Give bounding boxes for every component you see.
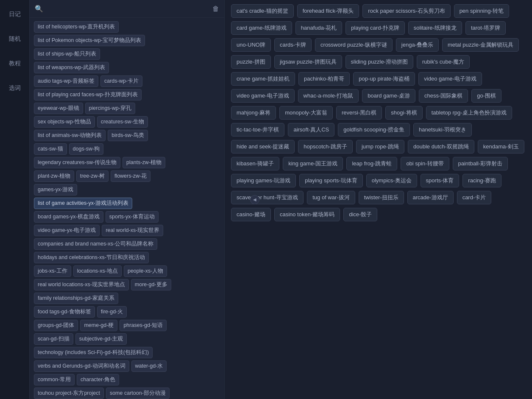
- trash-icon[interactable]: 🗑: [212, 5, 219, 13]
- right-tag[interactable]: king game-国王游戏: [283, 157, 343, 170]
- right-tag[interactable]: reversi-黑白棋: [336, 106, 382, 120]
- right-tag[interactable]: kibasen-骑罐子: [231, 157, 279, 170]
- right-tag[interactable]: rubik's cube-魔方: [417, 55, 470, 69]
- left-tag[interactable]: piercings-wp-穿孔: [85, 103, 135, 114]
- left-tag[interactable]: sports-yx-体育运动: [106, 211, 159, 223]
- right-tag[interactable]: twister-扭扭乐: [359, 191, 404, 204]
- left-tag[interactable]: list of animals-sw-动物列表: [34, 130, 106, 141]
- left-tag[interactable]: people-xs-人物: [124, 265, 167, 277]
- right-tag[interactable]: chess-国际象棋: [419, 89, 468, 103]
- left-tag[interactable]: character-角色: [77, 374, 119, 385]
- right-tag[interactable]: jump rope-跳绳: [356, 140, 404, 153]
- left-tag[interactable]: flowers-zw-花: [111, 170, 150, 182]
- right-tag[interactable]: video game-电子游戏: [418, 72, 482, 86]
- right-tag[interactable]: hanetsuki-羽根突き: [413, 123, 472, 137]
- sidebar-item-vocab[interactable]: 选词: [7, 82, 23, 94]
- right-tag[interactable]: tic-tac-toe-井字棋: [231, 123, 284, 137]
- right-tag[interactable]: arcade-游戏厅: [407, 191, 454, 204]
- left-tag[interactable]: list of helicopters-wp-直升机列表: [34, 21, 119, 33]
- left-tag[interactable]: phrases-gd-短语: [120, 320, 167, 331]
- right-tag[interactable]: hanafuda-花札: [295, 21, 343, 35]
- right-tag[interactable]: double dutch-双摇跳绳: [408, 140, 474, 153]
- right-tag[interactable]: cat's cradle-猫的摇篮: [231, 4, 294, 18]
- right-tag[interactable]: pen spinning-转笔: [454, 4, 509, 18]
- left-tag[interactable]: list of Pokemon objects-wp-宝可梦物品列表: [34, 35, 145, 46]
- left-tag[interactable]: list of weapons-wp-武器列表: [34, 62, 109, 73]
- left-tag[interactable]: creatures-sw-生物: [97, 116, 148, 128]
- left-tag[interactable]: plant-zw-植物: [34, 170, 74, 182]
- left-tag[interactable]: video game-yx-电子游戏: [34, 225, 100, 236]
- left-tag[interactable]: real world locations-xs-现实世界地点: [34, 279, 129, 290]
- right-tag[interactable]: video game-电子游戏: [231, 89, 295, 103]
- left-tag[interactable]: holidays and celebrations-xs-节日和庆祝活动: [34, 252, 149, 263]
- left-tag[interactable]: some cartoon-部分动漫: [106, 388, 170, 399]
- right-tag[interactable]: obi spin-转腰带: [401, 157, 449, 170]
- left-tag[interactable]: subjective-gd-主观: [75, 333, 127, 345]
- right-tag[interactable]: casino token-赌场筹码: [274, 208, 340, 221]
- sidebar-item-random[interactable]: 随机: [7, 33, 23, 45]
- right-tag[interactable]: uno-UNO牌: [231, 38, 271, 52]
- left-tag[interactable]: technology (includes Sci-Fi)-gd-科技(包括科幻): [34, 347, 153, 358]
- right-tag[interactable]: solitaire-纸牌接龙: [408, 21, 462, 35]
- left-tag[interactable]: more-gd-更多: [131, 279, 171, 290]
- left-tag[interactable]: locations-xs-地点: [73, 265, 122, 277]
- left-tag[interactable]: real world-xs-现实世界: [102, 225, 163, 236]
- right-tag[interactable]: forehead flick-弹额头: [297, 4, 359, 18]
- right-tag[interactable]: jigsaw puzzle-拼图玩具: [274, 55, 342, 69]
- right-tag[interactable]: pachinko-柏青哥: [298, 72, 350, 86]
- right-tag[interactable]: playing card-扑克牌: [345, 21, 404, 35]
- left-tag[interactable]: list of ships-wp-船只列表: [34, 48, 100, 60]
- right-tag[interactable]: rock paper scissors-石头剪刀布: [362, 4, 450, 18]
- right-tag[interactable]: olympics-奥运会: [366, 174, 417, 187]
- left-tag-list[interactable]: list of helicopters-wp-直升机列表list of Poke…: [30, 18, 224, 399]
- right-tag[interactable]: leap frog-跳青蛙: [346, 157, 397, 170]
- left-tag[interactable]: sex objects-wp-性物品: [34, 116, 95, 128]
- right-tag[interactable]: tug of war-拔河: [307, 191, 355, 204]
- left-tag[interactable]: eyewear-wp-眼镜: [34, 103, 83, 114]
- left-tag[interactable]: list of playing card faces-wp-扑克牌面列表: [34, 89, 142, 100]
- left-tag[interactable]: board games-yx-棋盘游戏: [34, 211, 103, 223]
- left-tag[interactable]: tree-zw-树: [76, 170, 109, 182]
- left-tag[interactable]: food tags-gd-食物标签: [34, 306, 95, 318]
- left-tag[interactable]: meme-gd-梗: [80, 320, 117, 331]
- left-tag[interactable]: groups-gd-团体: [34, 320, 78, 331]
- left-tag[interactable]: cats-sw-猫: [34, 143, 67, 155]
- left-tag[interactable]: audio tags-wp-音频标签: [34, 75, 98, 87]
- right-tag[interactable]: hide and seek-捉迷藏: [231, 140, 295, 153]
- right-tag[interactable]: jenga-叠叠乐: [396, 38, 439, 52]
- right-tag[interactable]: playing games-玩游戏: [231, 174, 296, 187]
- left-tag[interactable]: scan-gd-扫描: [34, 333, 73, 345]
- left-tag[interactable]: cards-wp-卡片: [100, 75, 142, 87]
- left-tag[interactable]: family relationships-gd-家庭关系: [34, 293, 118, 304]
- right-tag[interactable]: metal puzzle-金属解锁玩具: [442, 38, 519, 52]
- left-tag[interactable]: list of game activities-yx-游戏活动列表: [34, 198, 132, 209]
- left-tag[interactable]: games-yx-游戏: [34, 184, 77, 195]
- right-tag[interactable]: casino-赌场: [231, 208, 271, 221]
- right-tag[interactable]: crane game-抓娃娃机: [231, 72, 295, 86]
- right-tag[interactable]: tarot-塔罗牌: [465, 21, 506, 35]
- right-tag[interactable]: card-卡片: [457, 191, 492, 204]
- right-tag[interactable]: puzzle-拼图: [231, 55, 271, 69]
- left-tag[interactable]: touhou project-东方project: [34, 388, 104, 399]
- left-tag[interactable]: birds-sw-鸟类: [108, 130, 148, 141]
- left-tag[interactable]: verbs and Gerunds-gd-动词和动名词: [34, 360, 129, 372]
- right-tag[interactable]: sports-体育: [421, 174, 460, 187]
- right-tag[interactable]: go-围棋: [471, 89, 501, 103]
- right-tag[interactable]: paintball-彩弹射击: [453, 157, 508, 170]
- right-tag[interactable]: airsoft-真人CS: [288, 123, 334, 137]
- left-tag[interactable]: common-常用: [34, 374, 75, 385]
- right-tag[interactable]: board game-桌游: [362, 89, 415, 103]
- sidebar-item-diary[interactable]: 日记: [7, 8, 23, 20]
- left-tag[interactable]: fire-gd-火: [97, 306, 127, 318]
- left-tag[interactable]: dogs-sw-狗: [69, 143, 104, 155]
- right-tag[interactable]: playing sports-玩体育: [299, 174, 363, 187]
- sidebar-item-tutorial[interactable]: 教程: [7, 58, 23, 70]
- right-tag[interactable]: sliding puzzle-滑动拼图: [345, 55, 413, 69]
- search-icon[interactable]: 🔍: [35, 5, 43, 13]
- left-tag[interactable]: jobs-xs-工作: [34, 265, 71, 277]
- right-tag[interactable]: shogi-将棋: [385, 106, 422, 120]
- left-tag[interactable]: companies and brand names-xs-公司和品牌名称: [34, 238, 157, 250]
- left-tag[interactable]: water-gd-水: [131, 360, 167, 372]
- right-tag[interactable]: cards-卡牌: [274, 38, 312, 52]
- left-tag[interactable]: plants-zw-植物: [123, 157, 165, 168]
